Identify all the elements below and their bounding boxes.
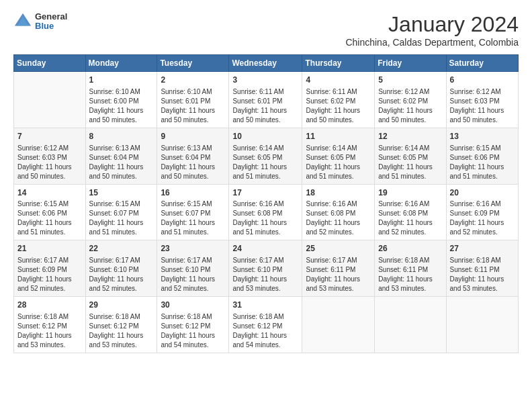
day-number: 28: [17, 300, 82, 311]
sunrise: Sunrise: 6:18 AM: [232, 313, 283, 320]
sunset: Sunset: 6:11 PM: [306, 266, 355, 273]
sunrise: Sunrise: 6:14 AM: [232, 144, 283, 152]
daylight: Daylight: 11 hours and 51 minutes.: [232, 219, 287, 236]
day-number: 25: [306, 243, 371, 255]
calendar-cell: 19Sunrise: 6:16 AMSunset: 6:08 PMDayligh…: [375, 184, 446, 240]
day-number: 15: [89, 187, 154, 199]
calendar-week-row: 14Sunrise: 6:15 AMSunset: 6:06 PMDayligh…: [14, 184, 519, 240]
logo: General Blue: [13, 12, 67, 32]
weekday-header: Tuesday: [157, 55, 229, 72]
calendar-cell: 21Sunrise: 6:17 AMSunset: 6:09 PMDayligh…: [14, 240, 86, 297]
daylight: Daylight: 11 hours and 52 minutes.: [378, 219, 433, 236]
sunrise: Sunrise: 6:17 AM: [89, 257, 140, 264]
calendar-cell: 13Sunrise: 6:15 AMSunset: 6:06 PMDayligh…: [446, 128, 518, 184]
weekday-header: Thursday: [302, 55, 375, 72]
daylight: Daylight: 11 hours and 50 minutes.: [89, 107, 144, 124]
day-number: 10: [232, 131, 298, 142]
calendar-cell: [302, 297, 375, 353]
logo-general: General: [35, 12, 67, 21]
calendar-cell: 1Sunrise: 6:10 AMSunset: 6:00 PMDaylight…: [85, 72, 157, 128]
calendar-cell: 16Sunrise: 6:15 AMSunset: 6:07 PMDayligh…: [157, 184, 229, 240]
sunrise: Sunrise: 6:10 AM: [161, 88, 212, 95]
logo-text: General Blue: [35, 12, 67, 32]
day-number: 12: [378, 131, 442, 142]
sunrise: Sunrise: 6:17 AM: [161, 257, 212, 264]
daylight: Daylight: 11 hours and 53 minutes.: [89, 332, 144, 349]
sunrise: Sunrise: 6:12 AM: [450, 88, 501, 95]
sunset: Sunset: 6:04 PM: [89, 154, 139, 161]
calendar-cell: 24Sunrise: 6:17 AMSunset: 6:10 PMDayligh…: [229, 240, 302, 297]
day-number: 21: [17, 243, 82, 255]
calendar-cell: 10Sunrise: 6:14 AMSunset: 6:05 PMDayligh…: [229, 128, 302, 184]
sunrise: Sunrise: 6:13 AM: [89, 144, 140, 152]
calendar-cell: 25Sunrise: 6:17 AMSunset: 6:11 PMDayligh…: [302, 240, 375, 297]
daylight: Daylight: 11 hours and 50 minutes.: [232, 107, 287, 124]
calendar-cell: 15Sunrise: 6:15 AMSunset: 6:07 PMDayligh…: [85, 184, 157, 240]
day-number: 7: [17, 131, 82, 142]
day-number: 18: [306, 187, 371, 199]
daylight: Daylight: 11 hours and 53 minutes.: [17, 332, 72, 349]
daylight: Daylight: 11 hours and 54 minutes.: [232, 332, 287, 349]
sunset: Sunset: 6:08 PM: [306, 210, 355, 217]
sunset: Sunset: 6:04 PM: [161, 154, 210, 161]
daylight: Daylight: 11 hours and 50 minutes.: [306, 107, 360, 124]
sunrise: Sunrise: 6:18 AM: [450, 257, 501, 264]
sunset: Sunset: 6:09 PM: [450, 210, 500, 217]
daylight: Daylight: 11 hours and 51 minutes.: [161, 219, 215, 236]
sunset: Sunset: 6:03 PM: [17, 154, 67, 161]
day-number: 30: [161, 300, 225, 311]
day-number: 17: [232, 187, 298, 199]
daylight: Daylight: 11 hours and 51 minutes.: [232, 163, 287, 180]
daylight: Daylight: 11 hours and 52 minutes.: [161, 275, 215, 292]
calendar-week-row: 7Sunrise: 6:12 AMSunset: 6:03 PMDaylight…: [14, 128, 519, 184]
day-number: 2: [161, 75, 225, 86]
day-number: 23: [161, 243, 225, 255]
sunrise: Sunrise: 6:14 AM: [306, 144, 357, 152]
sunset: Sunset: 6:03 PM: [450, 97, 500, 105]
sunset: Sunset: 6:11 PM: [378, 266, 428, 273]
daylight: Daylight: 11 hours and 53 minutes.: [232, 275, 287, 292]
title-block: January 2024 Chinchina, Caldas Departmen…: [345, 12, 519, 48]
day-number: 14: [17, 187, 82, 199]
sunset: Sunset: 6:02 PM: [378, 97, 428, 105]
calendar-cell: 2Sunrise: 6:10 AMSunset: 6:01 PMDaylight…: [157, 72, 229, 128]
calendar-cell: [375, 297, 446, 353]
sunset: Sunset: 6:12 PM: [161, 322, 210, 330]
calendar-cell: 11Sunrise: 6:14 AMSunset: 6:05 PMDayligh…: [302, 128, 375, 184]
daylight: Daylight: 11 hours and 52 minutes.: [89, 275, 144, 292]
month-title: January 2024: [345, 12, 519, 37]
calendar-cell: 5Sunrise: 6:12 AMSunset: 6:02 PMDaylight…: [375, 72, 446, 128]
sunset: Sunset: 6:08 PM: [378, 210, 428, 217]
sunset: Sunset: 6:12 PM: [89, 322, 139, 330]
logo-icon: [13, 12, 32, 31]
day-number: 22: [89, 243, 154, 255]
daylight: Daylight: 11 hours and 50 minutes.: [89, 163, 144, 180]
calendar-cell: 7Sunrise: 6:12 AMSunset: 6:03 PMDaylight…: [14, 128, 86, 184]
daylight: Daylight: 11 hours and 52 minutes.: [450, 219, 504, 236]
calendar-cell: 18Sunrise: 6:16 AMSunset: 6:08 PMDayligh…: [302, 184, 375, 240]
calendar-cell: 27Sunrise: 6:18 AMSunset: 6:11 PMDayligh…: [446, 240, 518, 297]
sunrise: Sunrise: 6:17 AM: [17, 257, 69, 264]
sunset: Sunset: 6:02 PM: [306, 97, 355, 105]
daylight: Daylight: 11 hours and 51 minutes.: [89, 219, 144, 236]
sunrise: Sunrise: 6:15 AM: [161, 200, 212, 208]
sunset: Sunset: 6:01 PM: [161, 97, 210, 105]
weekday-header: Wednesday: [229, 55, 302, 72]
day-number: 8: [89, 131, 154, 142]
calendar-cell: 12Sunrise: 6:14 AMSunset: 6:05 PMDayligh…: [375, 128, 446, 184]
sunrise: Sunrise: 6:17 AM: [306, 257, 357, 264]
calendar-cell: 20Sunrise: 6:16 AMSunset: 6:09 PMDayligh…: [446, 184, 518, 240]
daylight: Daylight: 11 hours and 53 minutes.: [306, 275, 360, 292]
sunset: Sunset: 6:06 PM: [17, 210, 67, 217]
day-number: 19: [378, 187, 442, 199]
sunrise: Sunrise: 6:15 AM: [17, 200, 69, 208]
sunrise: Sunrise: 6:18 AM: [161, 313, 212, 320]
page: General Blue January 2024 Chinchina, Cal…: [0, 0, 532, 411]
sunset: Sunset: 6:00 PM: [89, 97, 139, 105]
weekday-header: Friday: [375, 55, 446, 72]
sunrise: Sunrise: 6:11 AM: [232, 88, 283, 95]
sunset: Sunset: 6:05 PM: [232, 154, 282, 161]
sunrise: Sunrise: 6:18 AM: [17, 313, 69, 320]
sunrise: Sunrise: 6:16 AM: [232, 200, 283, 208]
sunset: Sunset: 6:07 PM: [89, 210, 139, 217]
